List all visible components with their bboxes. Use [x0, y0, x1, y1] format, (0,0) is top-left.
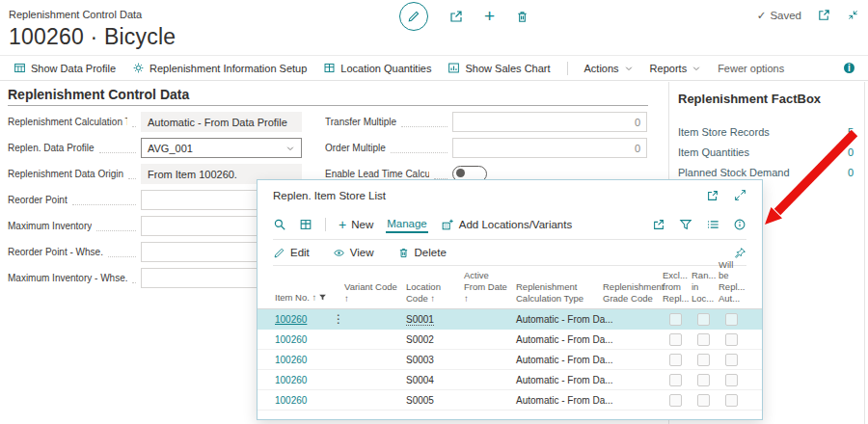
delete-record-icon[interactable]: [515, 10, 529, 24]
column-header-item-no[interactable]: Item No. ↑: [275, 292, 344, 305]
replen-item-store-list-dialog: Replen. Item Store List + New Manage Add…: [257, 179, 763, 420]
item-no-link[interactable]: 100260: [275, 334, 307, 345]
actions-menu[interactable]: Actions: [584, 63, 634, 74]
column-header-active-from-date[interactable]: Active From Date ↑: [464, 270, 516, 305]
show-sales-chart-button[interactable]: Show Sales Chart: [448, 62, 550, 74]
chart-icon: [448, 62, 460, 74]
field-label-order-multiple: Order Multiple: [325, 143, 386, 153]
location-quantities-button[interactable]: Location Quantities: [323, 62, 431, 74]
pin-icon[interactable]: [734, 247, 746, 259]
edit-record-button[interactable]: [399, 2, 428, 31]
share-icon[interactable]: [652, 218, 665, 231]
manage-tab[interactable]: Manage: [386, 216, 428, 233]
analysis-mode-icon[interactable]: [299, 218, 312, 231]
calc-type-cell[interactable]: Automatic - From Da...: [516, 395, 603, 406]
add-location-icon: [441, 218, 454, 231]
table-row[interactable]: 100260 ⋮ S0001 Automatic - From Da...: [258, 309, 762, 330]
dotted-leader: [108, 248, 136, 257]
collapse-window-icon[interactable]: [847, 9, 859, 21]
will-be-repl-aut-checkbox: [725, 374, 738, 386]
delete-button[interactable]: Delete: [397, 247, 447, 259]
divider: [864, 82, 865, 424]
pencil-icon: [273, 247, 285, 259]
column-header-excl-from-repl[interactable]: Excl... from Repl...: [663, 270, 692, 305]
show-data-profile-button[interactable]: Show Data Profile: [14, 62, 116, 74]
ran-in-loc-checkbox: [697, 333, 710, 346]
column-header-location-code[interactable]: Location Code ↑: [406, 281, 464, 305]
column-header-ran-in-loc[interactable]: Ran... in Loc...: [692, 270, 719, 305]
new-button[interactable]: + New: [339, 219, 373, 230]
column-header-replenishment-grade-code[interactable]: Replenishment Grade Code: [603, 281, 663, 305]
calc-type-cell[interactable]: Automatic - From Da...: [516, 355, 603, 365]
factbox-title: Replenishment FactBox: [678, 92, 854, 106]
fewer-options-button[interactable]: Fewer options: [718, 63, 784, 74]
excl-from-repl-checkbox: [669, 374, 682, 386]
new-record-button[interactable]: +: [484, 9, 495, 24]
item-no-link[interactable]: 100260: [275, 395, 307, 406]
grid-icon: [323, 62, 336, 74]
chevron-down-icon: [624, 64, 634, 73]
info-dot-icon[interactable]: i: [844, 63, 854, 73]
location-code-cell[interactable]: S0003: [406, 355, 464, 365]
item-no-link[interactable]: 100260: [275, 314, 307, 325]
factbox-row: Item Store Records 5: [678, 121, 854, 142]
ran-in-loc-checkbox: [697, 354, 710, 366]
dotted-leader: [128, 170, 136, 179]
field-label-maximum-inventory-whse: Maximum Inventory - Whse.: [8, 273, 127, 283]
table-row[interactable]: 100260 S0003 Automatic - From Da...: [258, 350, 762, 370]
filter-icon[interactable]: [679, 218, 692, 231]
check-icon: ✓: [757, 9, 767, 22]
item-quantities-label: Item Quantities: [678, 146, 749, 158]
column-header-will-be-repl-aut[interactable]: Will be Repl... Aut...: [719, 259, 747, 305]
open-in-new-window-icon[interactable]: [817, 8, 831, 22]
item-no-link[interactable]: 100260: [275, 355, 307, 365]
item-no-link[interactable]: 100260: [275, 375, 307, 385]
breadcrumb[interactable]: Replenishment Control Data: [9, 9, 142, 20]
field-label-replenishment-data-origin: Replenishment Data Origin: [8, 169, 123, 179]
expand-icon[interactable]: [734, 189, 746, 201]
dotted-leader: [401, 118, 448, 127]
dotted-leader: [434, 170, 448, 179]
replenishment-information-setup-button[interactable]: Replenishment Information Setup: [132, 62, 307, 74]
open-in-new-window-icon[interactable]: [706, 189, 719, 202]
view-button[interactable]: View: [333, 247, 374, 259]
location-code-cell[interactable]: S0004: [406, 375, 464, 385]
order-multiple-input[interactable]: 0: [452, 138, 647, 158]
section-heading: Replenishment Control Data: [8, 87, 189, 102]
item-quantities-value[interactable]: 0: [848, 146, 854, 158]
gear-icon: [132, 62, 145, 74]
calc-type-cell[interactable]: Automatic - From Da...: [516, 314, 603, 325]
will-be-repl-aut-checkbox: [725, 354, 738, 366]
row-more-icon[interactable]: ⋮: [333, 312, 344, 326]
replenishment-calculation-type-field: Automatic - From Data Profile: [141, 112, 302, 132]
column-header-replenishment-calculation-type[interactable]: Replenishment Calculation Type: [516, 281, 603, 305]
choose-columns-icon[interactable]: [706, 218, 719, 231]
location-code-cell[interactable]: S0001: [406, 314, 434, 326]
table-row[interactable]: 100260 S0005 Automatic - From Da...: [258, 390, 762, 411]
location-code-cell[interactable]: S0002: [406, 334, 464, 345]
calc-type-cell[interactable]: Automatic - From Da...: [516, 375, 603, 385]
edit-button[interactable]: Edit: [273, 247, 310, 259]
divider: [567, 62, 568, 75]
info-icon[interactable]: [733, 218, 746, 231]
planned-stock-demand-value[interactable]: 0: [848, 167, 854, 178]
replen-data-profile-dropdown[interactable]: AVG_001: [141, 138, 302, 158]
share-icon[interactable]: [448, 9, 464, 24]
dotted-leader: [132, 118, 136, 127]
record-toolbar: +: [399, 2, 529, 31]
field-label-maximum-inventory: Maximum Inventory: [8, 221, 92, 231]
dotted-leader: [96, 222, 136, 231]
transfer-multiple-input[interactable]: 0: [452, 112, 647, 132]
eye-icon: [333, 247, 345, 259]
table-row[interactable]: 100260 S0004 Automatic - From Da...: [258, 370, 762, 390]
item-store-records-value[interactable]: 5: [848, 126, 854, 138]
reports-menu[interactable]: Reports: [650, 63, 702, 74]
table-row[interactable]: 100260 S0002 Automatic - From Da...: [258, 330, 762, 350]
filter-funnel-icon: [318, 293, 327, 302]
search-icon[interactable]: [273, 218, 286, 231]
location-code-cell[interactable]: S0005: [406, 395, 464, 406]
ran-in-loc-checkbox: [697, 394, 710, 407]
calc-type-cell[interactable]: Automatic - From Da...: [516, 334, 603, 345]
add-locations-variants-button[interactable]: Add Locations/Variants: [441, 218, 572, 231]
column-header-variant-code[interactable]: Variant Code ↑: [344, 281, 406, 305]
